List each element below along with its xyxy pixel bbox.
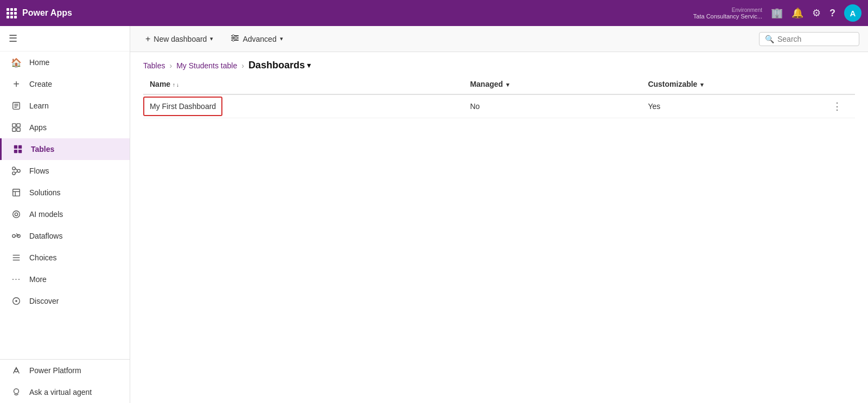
sidebar-item-apps[interactable]: Apps: [0, 117, 130, 138]
sidebar-item-choices[interactable]: Choices: [0, 247, 130, 268]
sidebar-label-discover: Discover: [29, 297, 59, 305]
sidebar-item-create[interactable]: + Create: [0, 73, 130, 95]
svg-point-31: [15, 369, 17, 372]
svg-point-21: [15, 213, 17, 215]
svg-point-20: [13, 211, 20, 218]
app-title: Power Apps: [22, 8, 72, 18]
breadcrumb-dropdown-icon[interactable]: ▾: [307, 61, 311, 69]
sidebar-item-ai-models[interactable]: AI models: [0, 203, 130, 225]
svg-rect-9: [18, 145, 22, 149]
environment-icon[interactable]: 🏢: [771, 7, 783, 19]
waffle-icon[interactable]: [7, 8, 17, 18]
notification-bell-icon[interactable]: 🔔: [792, 7, 803, 19]
environment-info: Environment Tata Consultancy Servic...: [693, 7, 762, 20]
breadcrumb-my-students-table-link[interactable]: My Students table: [176, 61, 237, 70]
new-dashboard-chevron-icon: ▾: [210, 35, 213, 42]
advanced-label: Advanced: [242, 35, 276, 43]
environment-name: Tata Consultancy Servic...: [693, 13, 762, 20]
column-managed-label: Managed: [470, 80, 503, 88]
power-platform-icon: [11, 365, 22, 376]
solutions-icon: [11, 187, 22, 198]
svg-rect-7: [17, 128, 20, 131]
sidebar-bottom: Power Platform Ask a virtual agent: [0, 359, 130, 403]
plus-icon: +: [145, 34, 150, 44]
sidebar-label-dataflows: Dataflows: [29, 232, 62, 240]
advanced-button[interactable]: Advanced ▾: [224, 30, 289, 47]
sidebar-label-tables: Tables: [31, 145, 54, 153]
name-sort-icons[interactable]: ↑ ↓: [173, 82, 179, 88]
hamburger-icon: ☰: [9, 33, 17, 44]
column-header-managed: Managed ▾: [463, 74, 641, 94]
help-question-icon[interactable]: ?: [829, 8, 835, 19]
new-dashboard-label: New dashboard: [154, 35, 207, 43]
avatar[interactable]: A: [844, 4, 861, 22]
advanced-chevron-icon: ▾: [280, 35, 283, 42]
topbar-left: Power Apps: [7, 8, 72, 18]
new-dashboard-button[interactable]: + New dashboard ▾: [139, 31, 220, 47]
sidebar-label-learn: Learn: [29, 101, 49, 110]
flows-icon: [11, 165, 22, 176]
sidebar-label-power-platform: Power Platform: [29, 366, 81, 375]
breadcrumb-current: Dashboards ▾: [248, 60, 311, 71]
create-icon: +: [11, 79, 22, 89]
sidebar-label-flows: Flows: [29, 167, 49, 175]
table-cell-actions: ⋮: [819, 94, 855, 118]
sidebar-label-more: More: [29, 275, 47, 284]
svg-point-37: [235, 37, 237, 39]
svg-point-13: [17, 169, 20, 172]
dashboard-name-highlighted[interactable]: My First Dashboard: [143, 97, 222, 116]
breadcrumb: Tables › My Students table › Dashboards …: [130, 52, 868, 74]
customizable-dropdown-icon[interactable]: ▾: [700, 81, 704, 88]
tables-icon: [12, 144, 23, 155]
column-header-actions: [819, 74, 855, 94]
svg-rect-10: [14, 150, 17, 153]
settings-gear-icon[interactable]: ⚙: [812, 7, 821, 19]
managed-value: No: [470, 102, 480, 111]
column-header-customizable: Customizable ▾: [641, 74, 819, 94]
search-input[interactable]: [777, 35, 853, 43]
svg-line-16: [15, 171, 17, 174]
dashboards-table: Name ↑ ↓ Managed ▾ Customizable: [143, 74, 855, 118]
breadcrumb-sep-2: ›: [241, 61, 244, 70]
sidebar-item-dataflows[interactable]: Dataflows: [0, 225, 130, 247]
advanced-icon: [231, 34, 239, 44]
content-area: + New dashboard ▾ Advanced ▾ 🔍 Tables › …: [130, 26, 868, 403]
sidebar-item-tables[interactable]: Tables: [0, 138, 130, 160]
managed-dropdown-icon[interactable]: ▾: [506, 81, 509, 88]
breadcrumb-sep-1: ›: [169, 61, 172, 70]
svg-rect-11: [18, 150, 22, 153]
sidebar-item-solutions[interactable]: Solutions: [0, 182, 130, 203]
sidebar-label-home: Home: [29, 58, 49, 67]
sidebar-item-ask-virtual-agent[interactable]: Ask a virtual agent: [0, 381, 130, 403]
sidebar-collapse-button[interactable]: ☰: [0, 26, 130, 52]
sidebar-item-power-platform[interactable]: Power Platform: [0, 360, 130, 381]
sidebar-item-flows[interactable]: Flows: [0, 160, 130, 182]
column-header-name: Name ↑ ↓: [143, 74, 463, 94]
svg-rect-4: [12, 124, 16, 127]
sidebar-item-home[interactable]: 🏠 Home: [0, 52, 130, 73]
sidebar: ☰ 🏠 Home + Create Learn Apps Tab: [0, 26, 130, 403]
more-icon: ···: [11, 274, 22, 285]
home-icon: 🏠: [11, 57, 22, 68]
breadcrumb-tables-link[interactable]: Tables: [143, 61, 165, 70]
row-actions-menu-button[interactable]: ⋮: [826, 100, 848, 112]
sidebar-item-discover[interactable]: Discover: [0, 290, 130, 312]
sort-desc-icon: ↓: [176, 82, 179, 88]
svg-point-14: [12, 172, 15, 175]
sidebar-label-choices: Choices: [29, 253, 57, 262]
sidebar-item-learn[interactable]: Learn: [0, 95, 130, 117]
dataflows-icon: [11, 231, 22, 241]
svg-rect-5: [17, 124, 20, 127]
discover-icon: [11, 296, 22, 306]
ai-models-icon: [11, 209, 22, 220]
customizable-value: Yes: [648, 102, 660, 111]
sidebar-label-create: Create: [29, 80, 52, 88]
sidebar-item-more[interactable]: ··· More: [0, 268, 130, 290]
svg-point-22: [12, 234, 15, 237]
search-box[interactable]: 🔍: [759, 32, 859, 46]
sidebar-label-apps: Apps: [29, 123, 47, 132]
ask-virtual-agent-icon: [11, 387, 22, 398]
sidebar-label-ai-models: AI models: [29, 210, 63, 219]
sidebar-label-ask-virtual-agent: Ask a virtual agent: [29, 388, 92, 396]
svg-rect-8: [14, 145, 17, 149]
